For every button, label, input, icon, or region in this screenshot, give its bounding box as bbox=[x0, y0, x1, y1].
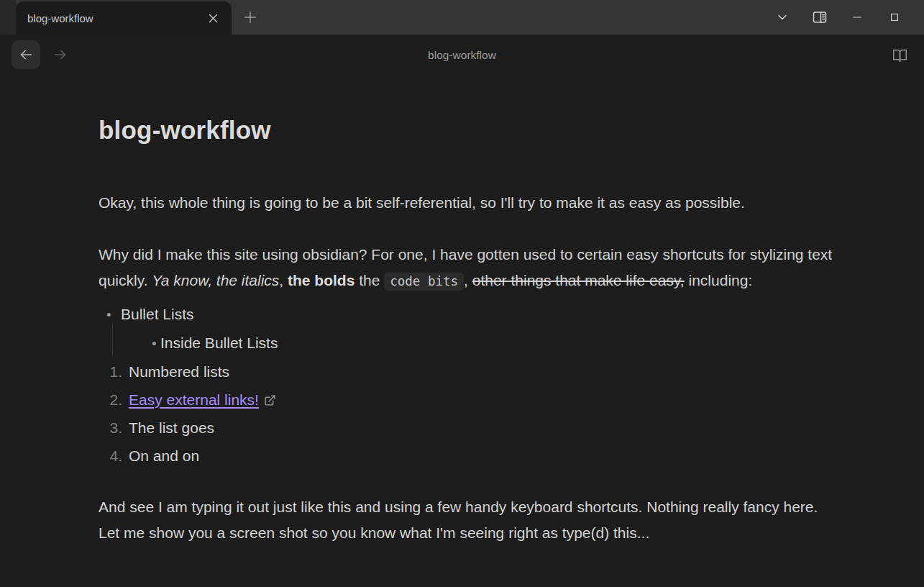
paragraph-why: Why did I make this site using obsidian?… bbox=[99, 242, 839, 294]
list-item: 3. The list goes bbox=[99, 414, 839, 442]
book-open-icon bbox=[892, 48, 907, 63]
arrow-right-icon bbox=[52, 47, 68, 63]
list-item-text: Easy external links! bbox=[129, 386, 276, 414]
number-marker: 3. bbox=[99, 414, 129, 442]
text-segment: the bbox=[354, 272, 384, 288]
bullet-marker: • bbox=[99, 301, 121, 329]
text-segment: , bbox=[464, 272, 472, 288]
strikethrough-text: other things that make life easy, bbox=[472, 272, 685, 288]
page-title: blog-workflow bbox=[99, 114, 839, 147]
bullet-marker: • bbox=[99, 329, 160, 358]
text-segment: including: bbox=[685, 272, 753, 288]
italic-text: Ya know, the italics bbox=[152, 272, 279, 288]
tabbar-left-strip bbox=[0, 0, 16, 35]
view-header: blog-workflow bbox=[0, 35, 924, 76]
external-link[interactable]: Easy external links! bbox=[129, 391, 259, 408]
tab-close-button[interactable] bbox=[203, 8, 223, 28]
list-item: 1. Numbered lists bbox=[99, 358, 839, 386]
document: blog-workflow Okay, this whole thing is … bbox=[99, 114, 839, 546]
number-marker: 1. bbox=[99, 358, 129, 386]
tab-blog-workflow[interactable]: blog-workflow bbox=[16, 1, 232, 35]
tab-title: blog-workflow bbox=[27, 12, 203, 24]
maximize-icon bbox=[888, 11, 901, 24]
list-item-text: The list goes bbox=[129, 414, 214, 442]
list-item-nested: • Inside Bullet Lists bbox=[99, 329, 839, 358]
text-segment: , bbox=[279, 272, 288, 288]
paragraph-intro: Okay, this whole thing is going to be a … bbox=[99, 190, 839, 216]
sidebar-right-icon bbox=[811, 9, 828, 26]
inline-code: code bits bbox=[384, 273, 464, 291]
chevron-down-icon bbox=[775, 10, 790, 24]
maximize-button[interactable] bbox=[884, 6, 905, 28]
minimize-icon bbox=[851, 11, 864, 24]
editor-pane[interactable]: blog-workflow Okay, this whole thing is … bbox=[0, 76, 863, 546]
number-marker: 4. bbox=[99, 442, 129, 470]
list-item-text: Inside Bullet Lists bbox=[160, 329, 278, 357]
list-block: • Bullet Lists • Inside Bullet Lists 1. … bbox=[99, 300, 839, 470]
list-item: • Bullet Lists bbox=[99, 300, 839, 329]
new-tab-button[interactable] bbox=[240, 7, 260, 27]
external-link-icon bbox=[264, 394, 276, 406]
window-controls bbox=[772, 0, 924, 35]
tab-bar: blog-workflow bbox=[0, 0, 924, 35]
arrow-left-icon bbox=[18, 47, 34, 63]
reading-mode-button[interactable] bbox=[885, 41, 914, 70]
minimize-button[interactable] bbox=[846, 6, 868, 28]
toggle-right-sidebar-button[interactable] bbox=[809, 6, 831, 28]
nav-back-button[interactable] bbox=[12, 40, 40, 69]
list-item-text: On and on bbox=[129, 442, 199, 470]
paragraph-outro: And see I am typing it out just like thi… bbox=[99, 494, 839, 546]
list-item: 4. On and on bbox=[99, 442, 839, 470]
tabbar-spacer bbox=[260, 0, 772, 35]
list-item: 2. Easy external links! bbox=[99, 386, 839, 414]
view-header-title: blog-workflow bbox=[0, 35, 924, 76]
list-item-text: Bullet Lists bbox=[121, 300, 194, 328]
x-icon bbox=[207, 12, 219, 24]
tab-list-button[interactable] bbox=[772, 6, 793, 28]
number-marker: 2. bbox=[99, 386, 129, 414]
indent-guide bbox=[112, 324, 113, 355]
list-item-text: Numbered lists bbox=[129, 358, 229, 386]
bold-text: the bolds bbox=[288, 272, 354, 288]
plus-icon bbox=[242, 9, 258, 25]
nav-forward-button[interactable] bbox=[46, 40, 75, 69]
